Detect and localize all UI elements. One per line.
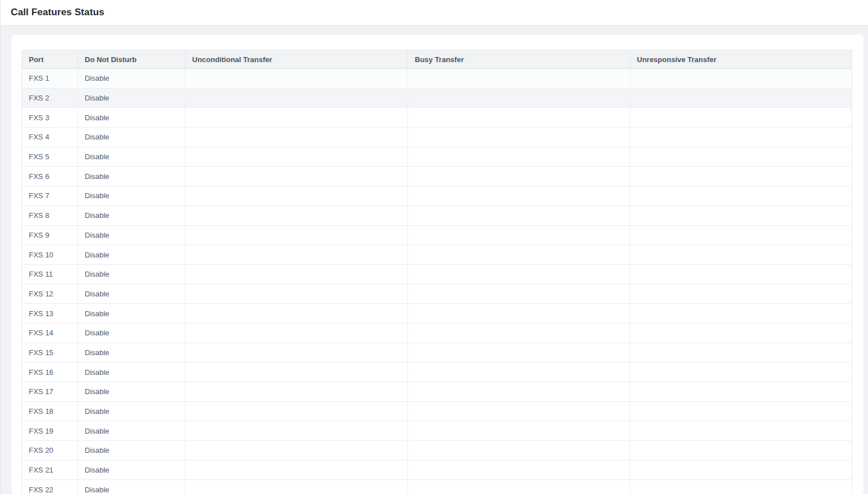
table-cell (185, 343, 408, 362)
table-cell: Disable (78, 225, 185, 245)
table-cell: Disable (78, 343, 185, 362)
table-cell (408, 245, 630, 265)
port-cell: FXS 9 (22, 225, 78, 245)
table-cell (630, 304, 852, 323)
table-row: FXS 9Disable (22, 225, 852, 245)
table-cell: Disable (78, 441, 185, 461)
table-cell (408, 323, 630, 343)
table-row: FXS 15Disable (22, 343, 852, 362)
status-card: PortDo Not DisturbUnconditional Transfer… (11, 35, 863, 494)
table-row: FXS 21Disable (22, 460, 852, 480)
table-cell (185, 186, 408, 206)
port-cell: FXS 22 (22, 480, 78, 494)
column-header-unconditional-transfer: Unconditional Transfer (185, 50, 408, 69)
table-cell (185, 421, 408, 441)
table-cell (408, 343, 630, 362)
table-row: FXS 19Disable (22, 421, 852, 441)
table-cell (185, 128, 408, 147)
table-row: FXS 12Disable (22, 284, 852, 304)
column-header-do-not-disturb: Do Not Disturb (78, 50, 185, 69)
table-cell (185, 441, 408, 461)
table-cell: Disable (78, 245, 185, 265)
table-cell (408, 362, 630, 382)
table-cell: Disable (78, 128, 185, 147)
table-cell: Disable (78, 304, 185, 323)
port-cell: FXS 2 (22, 88, 78, 108)
table-cell (408, 108, 630, 128)
table-cell (408, 441, 630, 461)
table-cell: Disable (78, 460, 185, 480)
port-cell: FXS 3 (22, 108, 78, 128)
table-cell (185, 382, 408, 402)
table-cell (408, 421, 630, 441)
table-row: FXS 1Disable (22, 69, 852, 89)
port-cell: FXS 11 (22, 264, 78, 284)
table-cell (630, 128, 852, 147)
column-header-unresponsive-transfer: Unresponsive Transfer (630, 50, 852, 69)
table-cell: Disable (78, 186, 185, 206)
table-row: FXS 11Disable (22, 264, 852, 284)
page-header: Call Features Status (1, 0, 868, 25)
table-cell (630, 284, 852, 304)
table-cell (185, 304, 408, 323)
table-row: FXS 16Disable (22, 362, 852, 382)
table-header: PortDo Not DisturbUnconditional Transfer… (22, 50, 852, 69)
table-cell (185, 323, 408, 343)
table-cell (185, 245, 408, 265)
table-cell (185, 284, 408, 304)
port-cell: FXS 15 (22, 343, 78, 362)
table-row: FXS 7Disable (22, 186, 852, 206)
table-cell (630, 441, 852, 461)
port-cell: FXS 1 (22, 69, 78, 89)
port-cell: FXS 4 (22, 128, 78, 147)
table-cell (408, 401, 630, 421)
table-cell (408, 304, 630, 323)
port-cell: FXS 14 (22, 323, 78, 343)
table-row: FXS 2Disable (22, 88, 852, 108)
table-cell (630, 460, 852, 480)
table-cell (408, 480, 630, 494)
table-row: FXS 5Disable (22, 147, 852, 167)
table-cell: Disable (78, 206, 185, 225)
port-cell: FXS 12 (22, 284, 78, 304)
table-cell (185, 206, 408, 225)
table-cell: Disable (78, 167, 185, 186)
table-cell: Disable (78, 362, 185, 382)
table-cell (408, 69, 630, 89)
table-cell (185, 225, 408, 245)
table-cell: Disable (78, 401, 185, 421)
table-cell (630, 264, 852, 284)
table-cell (630, 225, 852, 245)
call-features-table: PortDo Not DisturbUnconditional Transfer… (21, 50, 852, 494)
table-cell: Disable (78, 323, 185, 343)
table-cell (185, 401, 408, 421)
port-cell: FXS 5 (22, 147, 78, 167)
table-cell (185, 460, 408, 480)
port-cell: FXS 21 (22, 460, 78, 480)
table-cell: Disable (78, 421, 185, 441)
table-cell (630, 167, 852, 186)
port-cell: FXS 20 (22, 441, 78, 461)
port-cell: FXS 8 (22, 206, 78, 225)
table-row: FXS 4Disable (22, 128, 852, 147)
port-cell: FXS 7 (22, 186, 78, 206)
table-cell (630, 186, 852, 206)
table-cell (185, 167, 408, 186)
port-cell: FXS 17 (22, 382, 78, 402)
port-cell: FXS 10 (22, 245, 78, 265)
table-cell (185, 108, 408, 128)
table-cell (185, 69, 408, 89)
table-cell (408, 225, 630, 245)
table-cell (630, 206, 852, 225)
table-cell: Disable (78, 480, 185, 494)
table-cell (630, 108, 852, 128)
column-header-busy-transfer: Busy Transfer (408, 50, 630, 69)
table-cell (408, 167, 630, 186)
page-title: Call Features Status (11, 7, 104, 18)
table-cell (408, 88, 630, 108)
table-cell: Disable (78, 88, 185, 108)
table-cell (630, 343, 852, 362)
table-cell (408, 206, 630, 225)
table-cell (630, 323, 852, 343)
table-cell: Disable (78, 284, 185, 304)
